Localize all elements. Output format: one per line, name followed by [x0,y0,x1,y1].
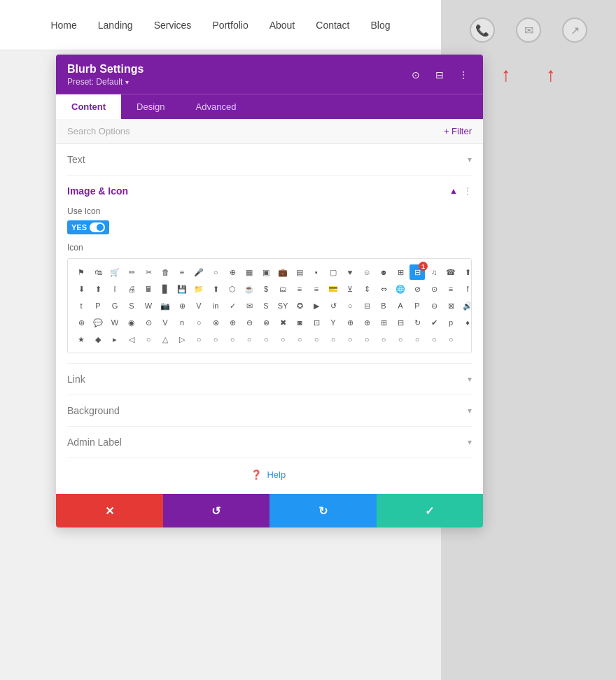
icon-cell-101[interactable]: △ [158,332,173,347]
icon-cell-55[interactable]: V [191,298,206,313]
save-button[interactable]: ✓ [377,494,484,527]
icon-cell-18[interactable]: ☻ [376,264,391,280]
icon-cell-98[interactable]: ▸ [107,332,122,347]
icon-cell-17[interactable]: ☺ [359,264,374,280]
icon-cell-86[interactable]: ⊡ [309,315,324,330]
icon-cell-33[interactable]: ⬡ [225,281,240,297]
icon-cell-73[interactable]: 💬 [90,315,106,330]
icon-cell-104[interactable]: ○ [208,332,223,347]
nav-home[interactable]: Home [50,20,76,31]
icon-cell-48[interactable]: t [74,298,89,313]
icon-cell-27[interactable]: 🖨 [124,281,139,297]
icon-cell-58[interactable]: ✉ [241,298,257,313]
icon-cell-66[interactable]: B [376,298,391,313]
icon-cell-51[interactable]: S [124,298,139,313]
icon-cell-88[interactable]: ⊕ [342,315,358,330]
background-section-header[interactable]: Background ▾ [67,395,472,426]
icon-cell-15[interactable]: ▢ [326,264,341,280]
icon-cell-113[interactable]: ○ [359,332,374,347]
icon-cell-79[interactable]: ○ [191,315,206,330]
admin-label-section-header[interactable]: Admin Label ▾ [67,427,472,458]
icon-cell-50[interactable]: G [107,298,122,313]
icon-cell-31[interactable]: 📁 [191,281,206,297]
icon-cell-23[interactable]: ⬆ [460,264,472,280]
icon-cell-52[interactable]: W [141,298,156,313]
icon-cell-22[interactable]: ☎ [443,264,458,280]
icon-cell-94[interactable]: p [443,315,458,330]
icon-cell-43[interactable]: 🌐 [393,281,408,297]
modal-preset[interactable]: Preset: Default ▾ [67,77,144,87]
icon-cell-67[interactable]: A [393,298,408,313]
icon-cell-24[interactable]: ⬇ [74,281,89,297]
modal-layout-icon[interactable]: ⊟ [431,66,448,83]
icon-cell-38[interactable]: ≡ [309,281,324,297]
icon-cell-81[interactable]: ⊕ [225,315,240,330]
icon-cell-28[interactable]: 🖩 [141,281,156,297]
modal-target-icon[interactable]: ⊙ [407,66,424,83]
icon-cell-68[interactable]: P [410,298,425,313]
icon-cell-82[interactable]: ⊖ [241,315,257,330]
nav-portfolio[interactable]: Portfolio [212,20,248,31]
tab-content[interactable]: Content [56,94,121,119]
icon-cell-7[interactable]: 🎤 [191,264,206,280]
icon-cell-54[interactable]: ⊕ [174,298,190,313]
icon-cell-102[interactable]: ▷ [174,332,190,347]
icon-cell-100[interactable]: ○ [141,332,156,347]
icon-cell-39[interactable]: 💳 [326,281,341,297]
icon-cell-84[interactable]: ✖ [275,315,290,330]
icon-cell-72[interactable]: ⊛ [74,315,89,330]
icon-cell-90[interactable]: ⊞ [376,315,391,330]
icon-cell-109[interactable]: ○ [292,332,307,347]
icon-cell-57[interactable]: ✓ [225,298,240,313]
icon-cell-1[interactable]: 🛍 [90,264,106,280]
nav-blog[interactable]: Blog [371,20,391,31]
icon-cell-87[interactable]: Y [326,315,341,330]
reset-button[interactable]: ↺ [163,494,270,527]
icon-cell-112[interactable]: ○ [342,332,358,347]
icon-cell-3[interactable]: ✏ [124,264,139,280]
icon-cell-14[interactable]: ▪ [309,264,324,280]
tab-design[interactable]: Design [121,94,180,119]
nav-contact[interactable]: Contact [316,20,349,31]
filter-button[interactable]: + Filter [444,126,472,136]
icon-cell-93[interactable]: ✔ [426,315,442,330]
icon-cell-83[interactable]: ⊗ [258,315,274,330]
icon-cell-32[interactable]: ⬆ [208,281,223,297]
icon-cell-105[interactable]: ○ [225,332,240,347]
icon-cell-78[interactable]: n [174,315,190,330]
icon-cell-103[interactable]: ○ [191,332,206,347]
icon-cell-117[interactable]: ○ [426,332,442,347]
icon-cell-12[interactable]: 💼 [275,264,290,280]
nav-services[interactable]: Services [154,20,192,31]
icon-cell-25[interactable]: ⬆ [90,281,106,297]
tab-advanced[interactable]: Advanced [181,94,252,119]
icon-cell-34[interactable]: ☕ [241,281,257,297]
icon-cell-89[interactable]: ⊕ [359,315,374,330]
icon-cell-4[interactable]: ✂ [141,264,156,280]
icon-cell-92[interactable]: ↻ [410,315,425,330]
icon-cell-10[interactable]: ▦ [241,264,257,280]
text-section-header[interactable]: Text ▾ [67,144,472,175]
icon-cell-64[interactable]: ○ [342,298,358,313]
icon-cell-111[interactable]: ○ [326,332,341,347]
icon-cell-53[interactable]: 📷 [158,298,173,313]
use-icon-toggle[interactable]: YES [67,220,109,234]
help-row[interactable]: ❓ Help [67,458,472,487]
image-icon-more-icon[interactable]: ⋮ [463,186,472,196]
icon-cell-16[interactable]: ♥ [342,264,358,280]
icon-cell-13[interactable]: ▤ [292,264,307,280]
icon-cell-70[interactable]: ⊠ [443,298,458,313]
icon-cell-29[interactable]: ▊ [158,281,173,297]
icon-cell-36[interactable]: 🗂 [275,281,290,297]
icon-cell-30[interactable]: 💾 [174,281,190,297]
share-icon[interactable]: ↗ [562,17,587,43]
email-icon[interactable]: ✉ [516,17,541,43]
icon-cell-41[interactable]: ⇕ [359,281,374,297]
icon-cell-46[interactable]: ≡ [443,281,458,297]
icon-cell-11[interactable]: ▣ [258,264,274,280]
icon-cell-60[interactable]: SY [275,298,290,313]
icon-cell-56[interactable]: in [208,298,223,313]
icon-cell-69[interactable]: ⊝ [426,298,442,313]
icon-cell-80[interactable]: ⊗ [208,315,223,330]
icon-cell-75[interactable]: ◉ [124,315,139,330]
